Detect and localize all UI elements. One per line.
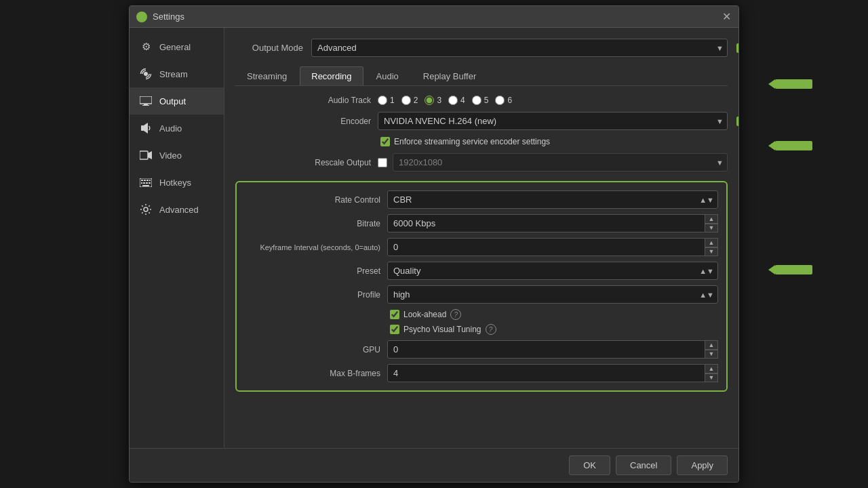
max-bframes-spin-up[interactable]: ▲ [705,364,718,373]
advanced-settings-box: Rate Control CBR VBR CQP ▲▼ Bitrate [235,181,728,392]
settings-window: Settings ✕ ⚙ General Strea [129,5,739,483]
enforce-checkbox[interactable] [380,137,390,146]
sidebar-label-advanced: Advanced [159,205,199,215]
svg-rect-9 [141,180,143,181]
tabs-bar: Streaming Recording Audio Replay Buffer [235,66,728,86]
output-mode-select[interactable]: Simple Advanced [311,39,728,57]
sidebar-item-general[interactable]: ⚙ General [130,33,224,60]
bitrate-row: Bitrate ▲ ▼ [245,214,718,232]
sidebar-label-audio: Audio [159,123,182,134]
gpu-label: GPU [245,345,380,354]
bitrate-input[interactable] [387,214,718,232]
preset-select-wrapper: Quality Performance Max Quality ▲▼ [387,262,718,280]
look-ahead-info-icon[interactable]: ? [450,309,461,320]
profile-select-wrapper: high main baseline ▲▼ [387,285,718,304]
svg-rect-16 [149,182,151,184]
svg-rect-2 [144,104,148,105]
profile-select[interactable]: high main baseline [387,285,718,304]
output-mode-select-wrapper: Simple Advanced ▼ [311,39,728,57]
bitrate-spinbox: ▲ ▼ [387,214,718,232]
keyboard-icon [139,176,153,189]
svg-marker-5 [144,123,148,134]
psycho-visual-info-icon[interactable]: ? [486,324,496,335]
bitrate-spin-up[interactable]: ▲ [705,214,718,224]
sidebar-label-stream: Stream [159,69,188,79]
sidebar-item-audio[interactable]: Audio [130,115,224,142]
sidebar-item-output[interactable]: Output [130,87,224,115]
rescale-select-wrapper: 1920x1080 ▼ [393,153,728,171]
apply-button[interactable]: Apply [677,455,728,475]
sidebar-item-advanced[interactable]: Advanced [130,196,224,223]
gpu-spinbox: ▲ ▼ [387,340,718,359]
encoder-select-wrapper: NVIDIA NVENC H.264 (new) x264 NVIDIA NVE… [378,112,728,130]
output-mode-label: Output Mode [235,43,303,53]
bitrate-spin-buttons: ▲ ▼ [705,214,718,232]
max-bframes-spin-down[interactable]: ▼ [705,373,718,383]
keyframe-spinbox: ▲ ▼ [387,238,718,256]
cancel-button[interactable]: Cancel [616,455,671,475]
close-button[interactable]: ✕ [721,12,732,22]
ok-button[interactable]: OK [569,455,610,475]
tab-streaming[interactable]: Streaming [235,66,298,85]
sidebar: ⚙ General Stream [130,28,224,448]
preset-select[interactable]: Quality Performance Max Quality [387,262,718,280]
sidebar-label-video: Video [159,150,182,161]
audio-track-radio-5[interactable] [472,96,481,105]
rescale-checkbox[interactable] [378,158,387,167]
look-ahead-label: Look-ahead [403,310,446,319]
enforce-checkbox-row: Enforce streaming service encoder settin… [378,137,728,146]
preset-row: Preset Quality Performance Max Quality ▲… [245,262,718,280]
keyframe-spin-down[interactable]: ▼ [705,247,718,257]
audio-icon [139,121,153,135]
audio-track-radio-4[interactable] [448,96,458,105]
encoder-select[interactable]: NVIDIA NVENC H.264 (new) x264 NVIDIA NVE… [378,112,728,130]
titlebar-icon [136,12,147,22]
svg-rect-3 [142,105,149,106]
look-ahead-checkbox[interactable] [390,310,399,319]
profile-label: Profile [245,290,380,300]
audio-track-radio-3[interactable] [425,96,434,105]
tab-audio[interactable]: Audio [365,66,410,85]
gpu-spin-buttons: ▲ ▼ [705,340,718,359]
rate-control-select[interactable]: CBR VBR CQP [387,190,718,209]
rescale-label: Rescale Output [235,158,371,167]
content-area: ⚙ General Stream [130,28,738,448]
sidebar-item-video[interactable]: Video [130,142,224,169]
psycho-visual-checkbox[interactable] [390,325,399,334]
audio-track-6: 6 [495,96,512,105]
rate-control-label: Rate Control [245,195,380,205]
audio-track-2: 2 [401,96,418,105]
bitrate-spin-down[interactable]: ▼ [705,224,718,233]
tab-recording[interactable]: Recording [300,66,363,85]
keyframe-label: Keyframe Interval (seconds, 0=auto) [245,243,380,251]
keyframe-spin-buttons: ▲ ▼ [705,238,718,256]
max-bframes-spinbox: ▲ ▼ [387,364,718,382]
svg-marker-7 [148,151,152,159]
bitrate-label: Bitrate [245,219,380,228]
svg-rect-6 [140,151,148,159]
audio-track-radio-6[interactable] [495,96,505,105]
psycho-visual-label: Psycho Visual Tuning [403,325,481,334]
gpu-input[interactable] [387,340,718,359]
audio-track-radio-2[interactable] [401,96,411,105]
max-bframes-row: Max B-frames ▲ ▼ [245,364,718,382]
gpu-spin-down[interactable]: ▼ [705,350,718,359]
keyframe-spin-up[interactable]: ▲ [705,238,718,247]
encoder-label: Encoder [235,117,371,126]
gpu-spin-up[interactable]: ▲ [705,340,718,350]
advanced-icon [139,203,153,216]
sidebar-item-hotkeys[interactable]: Hotkeys [130,169,224,196]
gear-icon: ⚙ [139,40,153,54]
audio-track-1: 1 [378,96,395,105]
audio-track-3: 3 [425,96,441,105]
max-bframes-input[interactable] [387,364,718,382]
keyframe-input[interactable] [387,238,718,256]
sidebar-item-stream[interactable]: Stream [130,60,224,87]
rescale-row: Rescale Output 1920x1080 ▼ [235,153,728,171]
look-ahead-row: Look-ahead ? [387,309,461,320]
output-icon [139,94,153,108]
tab-replay-buffer[interactable]: Replay Buffer [412,66,488,85]
rescale-controls: 1920x1080 ▼ [378,153,728,171]
audio-track-radio-1[interactable] [378,96,387,105]
gpu-row: GPU ▲ ▼ [245,340,718,359]
